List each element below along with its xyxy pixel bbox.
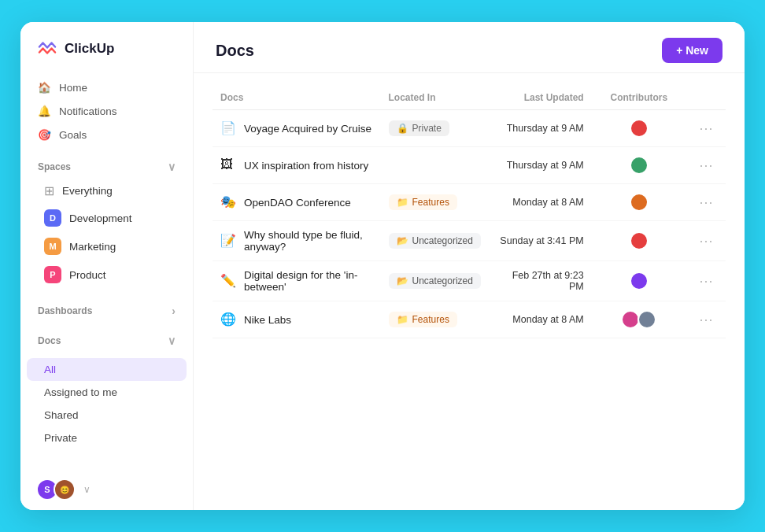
main-content: Docs + New Docs Located In Last Updated … [194, 22, 745, 510]
sidebar-nav: 🏠 Home 🔔 Notifications 🎯 Goals [20, 72, 193, 150]
contributors-cell [600, 119, 678, 138]
contributor-avatar [630, 119, 649, 138]
lock-icon: 🔒 [397, 123, 408, 134]
docs-all-label: All [44, 364, 56, 375]
table-row: ✏️ Digital design for the 'in-between' 📂… [213, 261, 726, 301]
product-label: Product [69, 269, 106, 281]
doc-name-cell: 🎭 OpenDAO Conference [220, 194, 373, 210]
table-row: 🌐 Nike Labs 📁 Features Monday at 8 AM [213, 301, 726, 338]
docs-item-all[interactable]: All [27, 358, 187, 381]
doc-icon: 📝 [220, 233, 236, 249]
main-header: Docs + New [194, 22, 745, 73]
doc-icon: 🌐 [220, 312, 236, 327]
last-updated: Monday at 8 AM [489, 301, 592, 338]
marketing-label: Marketing [69, 241, 116, 253]
col-docs: Docs [213, 86, 381, 110]
contributors-cell [600, 156, 678, 175]
doc-name-cell: 🌐 Nike Labs [220, 312, 373, 327]
contributors-cell [600, 310, 678, 329]
doc-icon: 🖼 [220, 157, 236, 173]
doc-name[interactable]: OpenDAO Conference [244, 197, 351, 209]
docs-assigned-label: Assigned to me [44, 386, 117, 398]
folder-icon: 📁 [397, 197, 408, 208]
docs-chevron-icon[interactable]: ∨ [168, 334, 176, 347]
docs-item-assigned[interactable]: Assigned to me [27, 381, 187, 404]
doc-name-cell: 📄 Voyage Acquired by Cruise [220, 120, 373, 136]
table-area: Docs Located In Last Updated Contributor… [194, 73, 745, 510]
more-options-button[interactable]: ⋯ [694, 309, 718, 330]
table-row: 🎭 OpenDAO Conference 📁 Features Monday a… [213, 184, 726, 221]
more-options-button[interactable]: ⋯ [694, 155, 718, 175]
dashboards-chevron-icon[interactable]: › [172, 305, 176, 317]
footer-chevron-icon[interactable]: ∨ [83, 484, 91, 495]
development-label: Development [69, 212, 132, 224]
folder-open-icon: 📂 [397, 235, 408, 246]
more-options-button[interactable]: ⋯ [694, 192, 718, 212]
location-badge: 🔒 Private [389, 120, 449, 136]
last-updated: Sunday at 3:41 PM [489, 221, 592, 261]
logo-text: ClickUp [65, 41, 114, 57]
docs-shared-label: Shared [44, 409, 79, 421]
contributors-cell [600, 193, 678, 212]
location-badge: 📁 Features [389, 312, 457, 327]
doc-name[interactable]: Nike Labs [244, 314, 291, 326]
doc-name[interactable]: UX inspiration from history [244, 160, 368, 172]
more-options-button[interactable]: ⋯ [694, 231, 718, 251]
table-body: 📄 Voyage Acquired by Cruise 🔒 Private Th… [213, 110, 726, 338]
doc-name[interactable]: Digital design for the 'in-between' [244, 269, 373, 293]
docs-private-label: Private [44, 432, 77, 444]
spaces-label: Spaces [38, 161, 71, 172]
nav-item-home[interactable]: 🏠 Home [30, 76, 183, 99]
col-location: Located In [381, 86, 489, 110]
table-row: 📄 Voyage Acquired by Cruise 🔒 Private Th… [213, 110, 726, 147]
col-contributors: Contributors [592, 86, 686, 110]
sidebar-item-everything[interactable]: ⊞ Everything [27, 178, 187, 204]
sidebar-footer: S 😊 ∨ [20, 469, 193, 510]
docs-section-label: Docs [38, 335, 61, 346]
avatar-user2: 😊 [54, 478, 76, 501]
sidebar-item-marketing[interactable]: M Marketing [27, 232, 187, 260]
new-button[interactable]: + New [662, 38, 722, 63]
contributor-avatar [630, 272, 649, 290]
more-options-button[interactable]: ⋯ [694, 271, 718, 291]
col-actions [686, 86, 726, 110]
sidebar-item-development[interactable]: D Development [27, 204, 187, 232]
folder-open-icon: 📂 [397, 275, 408, 286]
dashboards-section-header: Dashboards › [20, 294, 193, 322]
sidebar-item-product[interactable]: P Product [27, 260, 187, 289]
spaces-chevron-icon[interactable]: ∨ [168, 161, 176, 173]
marketing-dot: M [44, 238, 61, 255]
nav-item-notifications[interactable]: 🔔 Notifications [30, 99, 183, 123]
dashboards-label: Dashboards [38, 305, 92, 316]
table-row: 🖼 UX inspiration from history Thursday a… [213, 147, 726, 184]
docs-section: All Assigned to me Shared Private [20, 352, 193, 449]
everything-label: Everything [62, 185, 113, 197]
nav-item-goals[interactable]: 🎯 Goals [30, 123, 183, 146]
doc-name-cell: 🖼 UX inspiration from history [220, 157, 373, 173]
last-updated: Thursday at 9 AM [489, 147, 592, 184]
last-updated: Monday at 8 AM [489, 184, 592, 221]
goals-icon: 🎯 [38, 128, 51, 141]
more-options-button[interactable]: ⋯ [694, 118, 718, 139]
last-updated: Feb 27th at 9:23 PM [489, 261, 592, 301]
avatar-stack: S 😊 [36, 478, 76, 501]
docs-table: Docs Located In Last Updated Contributor… [213, 86, 726, 338]
location-badge: 📁 Features [389, 194, 457, 210]
spaces-section-header: Spaces ∨ [20, 150, 193, 178]
doc-name[interactable]: Why should type be fluid, anyway? [244, 229, 373, 253]
nav-notifications-label: Notifications [59, 105, 117, 117]
docs-item-private[interactable]: Private [27, 427, 187, 449]
table-row: 📝 Why should type be fluid, anyway? 📂 Un… [213, 221, 726, 261]
app-container: ClickUp 🏠 Home 🔔 Notifications 🎯 Goals S… [20, 22, 745, 510]
doc-name[interactable]: Voyage Acquired by Cruise [244, 123, 371, 135]
docs-item-shared[interactable]: Shared [27, 404, 187, 427]
doc-icon: 📄 [220, 120, 236, 136]
contributor-avatar [630, 231, 649, 250]
table-header: Docs Located In Last Updated Contributor… [213, 86, 726, 110]
folder-icon: 📁 [397, 314, 408, 325]
col-updated: Last Updated [489, 86, 592, 110]
contributor-avatar [630, 193, 649, 212]
grid-icon: ⊞ [44, 183, 54, 198]
nav-goals-label: Goals [59, 129, 87, 141]
sidebar-logo: ClickUp [20, 22, 193, 72]
